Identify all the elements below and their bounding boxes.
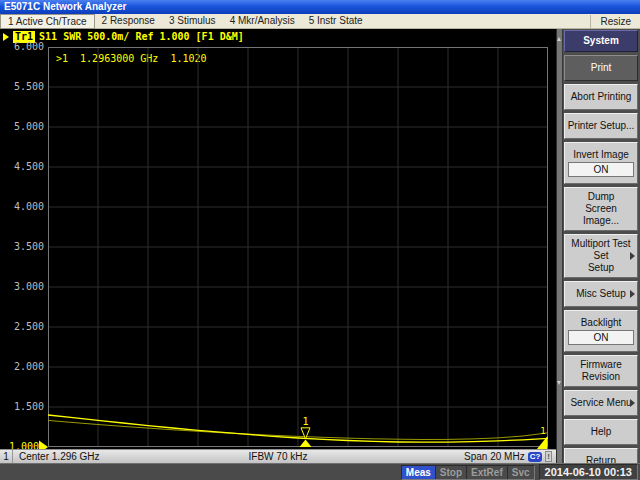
- softkey-label: Print: [566, 62, 636, 74]
- softkey-label: Dump: [566, 191, 636, 203]
- softkey-label: Misc Setup: [566, 288, 636, 300]
- y-axis-label: 1.500: [0, 401, 44, 413]
- submenu-arrow-icon: [630, 399, 635, 407]
- status-stop: Stop: [435, 466, 466, 479]
- graph-area: Tr1 S11 SWR 500.0m/ Ref 1.000 [F1 D&M] >…: [0, 29, 556, 449]
- softkey-scrollbar[interactable]: [557, 29, 563, 463]
- softkey-dump-screen-image[interactable]: DumpScreen Image...: [564, 187, 638, 231]
- softkey-label: System: [566, 35, 636, 47]
- softkey-label: Abort Printing: [566, 91, 636, 103]
- softkey-label: Multiport Test Set: [566, 238, 636, 262]
- y-axis-label: 5.500: [0, 81, 44, 93]
- softkey-label: Help: [566, 426, 636, 438]
- softkey-abort-printing[interactable]: Abort Printing: [564, 84, 638, 110]
- y-axis-label: 3.500: [0, 241, 44, 253]
- softkey-sidebar: SystemPrintAbort PrintingPrinter Setup..…: [556, 29, 640, 463]
- softkey-label: Revision: [566, 371, 636, 383]
- softkey-system[interactable]: System: [564, 30, 638, 52]
- window-titlebar: E5071C Network Analyzer: [0, 0, 640, 14]
- submenu-arrow-icon: [630, 290, 635, 298]
- span-readout: Span 20 MHz: [464, 450, 525, 463]
- datetime-display: 2014-06-10 00:13: [539, 464, 638, 480]
- softkey-misc-setup[interactable]: Misc Setup: [564, 281, 638, 307]
- softkey-help[interactable]: Help: [564, 419, 638, 445]
- cal-status-badge: C?: [528, 452, 543, 462]
- y-axis-label: 5.000: [0, 121, 44, 133]
- softkey-backlight[interactable]: BacklightON: [564, 310, 638, 352]
- y-axis-label: 4.500: [0, 161, 44, 173]
- softkey-firmware-revision[interactable]: FirmwareRevision: [564, 355, 638, 387]
- softkey-invert-image[interactable]: Invert ImageON: [564, 142, 638, 184]
- menu-bar: 1 Active Ch/Trace2 Response3 Stimulus4 M…: [0, 14, 640, 29]
- softkey-label: Firmware: [566, 359, 636, 371]
- menu-item-4[interactable]: 4 Mkr/Analysis: [223, 14, 302, 27]
- channel-number: 1: [0, 450, 13, 463]
- softkey-label: Screen Image...: [566, 203, 636, 227]
- scroll-up-icon[interactable]: [557, 37, 561, 41]
- ifbw-readout: IFBW 70 kHz: [249, 450, 308, 463]
- softkey-label: Service Menu: [566, 397, 636, 409]
- softkey-label: Backlight: [566, 317, 636, 329]
- menu-item-3[interactable]: 3 Stimulus: [162, 14, 223, 27]
- trace-format-text: S11 SWR 500.0m/ Ref 1.000 [F1 D&M]: [39, 31, 244, 43]
- marker-1-label: 1: [302, 416, 308, 427]
- menu-item-2[interactable]: 2 Response: [95, 14, 162, 27]
- y-axis-label: 6.000: [0, 41, 44, 53]
- softkey-state-value: ON: [568, 330, 634, 345]
- submenu-arrow-icon: [630, 252, 635, 260]
- status-meas: Meas: [402, 466, 435, 479]
- instrument-status-bar: Meas Stop ExtRef Svc 2014-06-10 00:13: [0, 463, 640, 480]
- softkey-service-menu[interactable]: Service Menu: [564, 390, 638, 416]
- scroll-down-icon[interactable]: [557, 381, 561, 385]
- softkey-multiport-test-set-setup[interactable]: Multiport Test SetSetup: [564, 234, 638, 278]
- status-indicator-cluster: Meas Stop ExtRef Svc: [401, 465, 535, 480]
- menu-item-1[interactable]: 1 Active Ch/Trace: [0, 14, 95, 29]
- y-axis-label: 2.500: [0, 321, 44, 333]
- span-group: Span 20 MHz C? !: [464, 450, 556, 463]
- softkey-state-value: ON: [568, 162, 634, 177]
- softkey-label: Printer Setup...: [566, 120, 636, 132]
- softkey-label: Invert Image: [566, 149, 636, 161]
- right-edge-trace-number: 1: [540, 426, 545, 436]
- marker-stimulus-indicator-icon: [300, 440, 312, 448]
- warning-badge: !: [545, 451, 552, 462]
- menu-item-resize[interactable]: Resize: [590, 15, 640, 28]
- swr-chart: 11: [48, 47, 548, 447]
- softkey-label: Setup: [566, 262, 636, 274]
- softkey-printer-setup[interactable]: Printer Setup...: [564, 113, 638, 139]
- menu-item-5[interactable]: 5 Instr State: [302, 14, 370, 27]
- active-trace-arrow-icon: [3, 33, 9, 41]
- status-extref: ExtRef: [466, 466, 507, 479]
- window-title: E5071C Network Analyzer: [4, 1, 126, 12]
- status-svc: Svc: [507, 466, 534, 479]
- channel-status-bar: 1 Center 1.296 GHz IFBW 70 kHz Span 20 M…: [0, 449, 556, 463]
- softkey-print[interactable]: Print: [564, 55, 638, 81]
- y-axis-label: 4.000: [0, 201, 44, 213]
- center-frequency: Center 1.296 GHz: [19, 450, 100, 463]
- y-axis-label: 2.000: [0, 361, 44, 373]
- y-axis-label: 3.000: [0, 281, 44, 293]
